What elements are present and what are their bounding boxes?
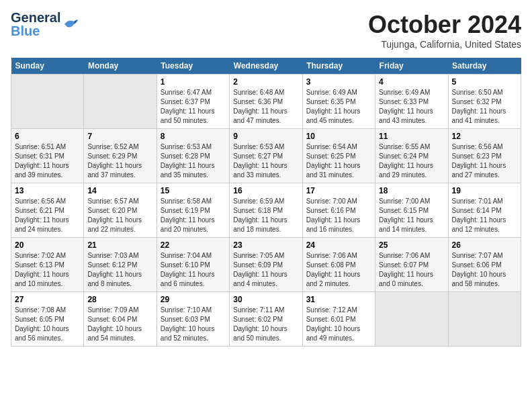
sunrise-label: Sunrise: 6:52 AM (87, 143, 138, 150)
day-number: 27 (15, 295, 80, 304)
daylight-label: Daylight: 11 hours and 39 minutes. (15, 162, 69, 179)
day-info: Sunrise: 7:03 AM Sunset: 6:12 PM Dayligh… (87, 251, 152, 289)
month-title: October 2024 (368, 11, 521, 39)
day-number: 1 (161, 77, 226, 87)
calendar-week-row: 20 Sunrise: 7:02 AM Sunset: 6:13 PM Dayl… (11, 238, 521, 292)
day-info: Sunrise: 7:05 AM Sunset: 6:09 PM Dayligh… (233, 251, 298, 289)
sunset-label: Sunset: 6:16 PM (306, 207, 356, 214)
calendar-cell: 3 Sunrise: 6:49 AM Sunset: 6:35 PM Dayli… (302, 75, 375, 129)
weekday-header-saturday: Saturday (448, 58, 521, 75)
calendar-cell: 16 Sunrise: 6:59 AM Sunset: 6:18 PM Dayl… (230, 183, 302, 238)
day-number: 16 (233, 186, 298, 195)
sunrise-label: Sunrise: 6:54 AM (306, 143, 357, 150)
sunset-label: Sunset: 6:05 PM (15, 316, 64, 323)
calendar-cell: 25 Sunrise: 7:06 AM Sunset: 6:07 PM Dayl… (375, 238, 448, 292)
calendar-cell: 30 Sunrise: 7:11 AM Sunset: 6:02 PM Dayl… (230, 292, 302, 347)
day-info: Sunrise: 7:09 AM Sunset: 6:04 PM Dayligh… (87, 306, 152, 343)
calendar-cell: 5 Sunrise: 6:50 AM Sunset: 6:32 PM Dayli… (448, 75, 521, 129)
day-number: 10 (306, 132, 371, 141)
daylight-label: Daylight: 11 hours and 35 minutes. (161, 162, 215, 179)
sunset-label: Sunset: 6:01 PM (306, 316, 356, 323)
day-info: Sunrise: 7:00 AM Sunset: 6:16 PM Dayligh… (306, 197, 371, 234)
sunrise-label: Sunrise: 7:07 AM (452, 252, 503, 259)
daylight-label: Daylight: 11 hours and 50 minutes. (161, 107, 215, 124)
daylight-label: Daylight: 11 hours and 47 minutes. (233, 107, 287, 124)
day-number: 22 (161, 240, 226, 250)
sunrise-label: Sunrise: 7:00 AM (379, 197, 430, 205)
daylight-label: Daylight: 11 hours and 29 minutes. (379, 162, 433, 179)
calendar-cell: 9 Sunrise: 6:53 AM Sunset: 6:27 PM Dayli… (230, 129, 302, 183)
day-number: 17 (306, 186, 371, 195)
calendar-cell: 13 Sunrise: 6:56 AM Sunset: 6:21 PM Dayl… (11, 183, 84, 238)
daylight-label: Daylight: 10 hours and 49 minutes. (306, 325, 361, 342)
sunset-label: Sunset: 6:29 PM (87, 152, 137, 160)
calendar-week-row: 27 Sunrise: 7:08 AM Sunset: 6:05 PM Dayl… (11, 292, 521, 347)
calendar-cell: 17 Sunrise: 7:00 AM Sunset: 6:16 PM Dayl… (302, 183, 375, 238)
day-info: Sunrise: 6:55 AM Sunset: 6:24 PM Dayligh… (379, 142, 444, 180)
weekday-header-tuesday: Tuesday (157, 58, 229, 75)
title-area: October 2024 Tujunga, California, United… (368, 11, 521, 50)
calendar-cell: 26 Sunrise: 7:07 AM Sunset: 6:06 PM Dayl… (448, 238, 521, 292)
calendar-cell: 29 Sunrise: 7:10 AM Sunset: 6:03 PM Dayl… (157, 292, 229, 347)
daylight-label: Daylight: 11 hours and 33 minutes. (233, 162, 287, 179)
daylight-label: Daylight: 10 hours and 58 minutes. (452, 271, 506, 287)
calendar-cell: 28 Sunrise: 7:09 AM Sunset: 6:04 PM Dayl… (84, 292, 157, 347)
sunset-label: Sunset: 6:19 PM (161, 207, 210, 214)
day-number: 26 (452, 240, 517, 250)
daylight-label: Daylight: 11 hours and 41 minutes. (452, 107, 506, 124)
day-info: Sunrise: 7:00 AM Sunset: 6:15 PM Dayligh… (379, 197, 444, 234)
calendar-cell: 11 Sunrise: 6:55 AM Sunset: 6:24 PM Dayl… (375, 129, 448, 183)
day-number: 5 (452, 77, 517, 87)
sunrise-label: Sunrise: 7:01 AM (452, 197, 503, 205)
sunrise-label: Sunrise: 7:11 AM (233, 306, 284, 314)
logo: General Blue (11, 11, 79, 38)
location: Tujunga, California, United States (368, 39, 521, 50)
sunrise-label: Sunrise: 7:00 AM (306, 197, 357, 205)
daylight-label: Daylight: 11 hours and 37 minutes. (87, 162, 142, 179)
day-info: Sunrise: 7:07 AM Sunset: 6:06 PM Dayligh… (452, 251, 517, 289)
daylight-label: Daylight: 10 hours and 56 minutes. (15, 325, 69, 342)
calendar-header: SundayMondayTuesdayWednesdayThursdayFrid… (11, 58, 521, 75)
day-number: 8 (161, 132, 226, 141)
sunset-label: Sunset: 6:28 PM (161, 152, 210, 160)
sunset-label: Sunset: 6:36 PM (233, 98, 283, 105)
sunset-label: Sunset: 6:31 PM (15, 152, 64, 160)
calendar-cell: 12 Sunrise: 6:56 AM Sunset: 6:23 PM Dayl… (448, 129, 521, 183)
day-info: Sunrise: 6:58 AM Sunset: 6:19 PM Dayligh… (161, 197, 226, 234)
day-info: Sunrise: 6:50 AM Sunset: 6:32 PM Dayligh… (452, 88, 517, 126)
sunset-label: Sunset: 6:03 PM (161, 316, 210, 323)
daylight-label: Daylight: 11 hours and 22 minutes. (87, 216, 142, 233)
daylight-label: Daylight: 10 hours and 52 minutes. (161, 325, 215, 342)
daylight-label: Daylight: 11 hours and 24 minutes. (15, 216, 69, 233)
day-info: Sunrise: 7:02 AM Sunset: 6:13 PM Dayligh… (15, 251, 80, 289)
sunrise-label: Sunrise: 6:57 AM (87, 197, 138, 205)
daylight-label: Daylight: 11 hours and 18 minutes. (233, 216, 287, 233)
day-number: 14 (87, 186, 152, 195)
day-number: 30 (233, 295, 298, 304)
sunset-label: Sunset: 6:09 PM (233, 261, 283, 269)
calendar-cell: 14 Sunrise: 6:57 AM Sunset: 6:20 PM Dayl… (84, 183, 157, 238)
sunrise-label: Sunrise: 7:04 AM (161, 252, 212, 259)
day-info: Sunrise: 6:51 AM Sunset: 6:31 PM Dayligh… (15, 142, 80, 180)
daylight-label: Daylight: 11 hours and 14 minutes. (379, 216, 433, 233)
calendar-week-row: 13 Sunrise: 6:56 AM Sunset: 6:21 PM Dayl… (11, 183, 521, 238)
sunrise-label: Sunrise: 7:08 AM (15, 306, 66, 314)
sunrise-label: Sunrise: 7:12 AM (306, 306, 357, 314)
day-number: 15 (161, 186, 226, 195)
day-info: Sunrise: 7:06 AM Sunset: 6:08 PM Dayligh… (306, 251, 371, 289)
sunset-label: Sunset: 6:25 PM (306, 152, 356, 160)
calendar-body: 1 Sunrise: 6:47 AM Sunset: 6:37 PM Dayli… (11, 75, 521, 347)
logo-general: General (11, 11, 60, 24)
calendar-week-row: 6 Sunrise: 6:51 AM Sunset: 6:31 PM Dayli… (11, 129, 521, 183)
daylight-label: Daylight: 11 hours and 20 minutes. (161, 216, 215, 233)
daylight-label: Daylight: 11 hours and 2 minutes. (306, 271, 361, 287)
sunset-label: Sunset: 6:27 PM (233, 152, 283, 160)
day-info: Sunrise: 7:06 AM Sunset: 6:07 PM Dayligh… (379, 251, 444, 289)
daylight-label: Daylight: 11 hours and 27 minutes. (452, 162, 506, 179)
sunrise-label: Sunrise: 6:51 AM (15, 143, 66, 150)
sunset-label: Sunset: 6:23 PM (452, 152, 502, 160)
day-number: 25 (379, 240, 444, 250)
sunset-label: Sunset: 6:14 PM (452, 207, 502, 214)
day-info: Sunrise: 6:49 AM Sunset: 6:35 PM Dayligh… (306, 88, 371, 126)
daylight-label: Daylight: 11 hours and 31 minutes. (306, 162, 361, 179)
